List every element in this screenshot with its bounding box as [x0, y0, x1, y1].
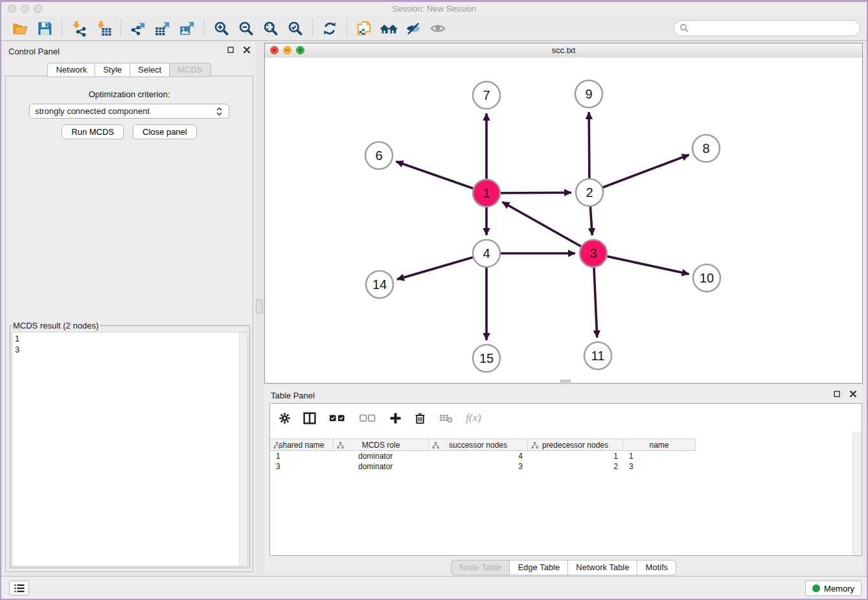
table-cell[interactable]: 4 [429, 452, 528, 461]
import-network-icon [71, 20, 87, 37]
main-toolbar [1, 16, 867, 41]
graph-node-label-7: 7 [483, 88, 490, 102]
table-cell[interactable]: 3 [270, 462, 334, 471]
import-network-button[interactable] [68, 18, 90, 39]
export-table-icon [154, 20, 171, 37]
tab-node-table[interactable]: Node Table [451, 560, 510, 575]
toolbar-separator [347, 19, 347, 38]
column-header-label: predecessor nodes [542, 441, 608, 450]
table-rows: 1dominator4113dominator323 [270, 451, 852, 472]
mcds-result-title: MCDS result (2 nodes) [12, 321, 100, 330]
column-header-name[interactable]: name [623, 439, 696, 451]
refresh-button[interactable] [319, 18, 341, 39]
clone-pages-icon [356, 20, 372, 37]
task-history-button[interactable] [9, 581, 29, 595]
table-cell[interactable]: dominator [334, 452, 429, 461]
export-network-button[interactable] [127, 18, 149, 39]
home-button[interactable] [378, 18, 400, 39]
result-scrollbar[interactable] [239, 332, 247, 566]
table-cell[interactable]: 1 [270, 452, 334, 461]
table-cell[interactable]: 3 [429, 462, 528, 471]
table-cell[interactable]: dominator [334, 462, 429, 471]
column-header-successor-nodes[interactable]: successor nodes [429, 439, 528, 451]
table-panel: Table Panel [264, 386, 863, 575]
panel-divider-grip[interactable] [256, 299, 263, 314]
clone-network-view-button[interactable] [353, 18, 375, 39]
column-header-label: name [649, 441, 668, 450]
show-columns-button[interactable] [303, 410, 317, 426]
column-header-mcds-role[interactable]: MCDS role [334, 439, 429, 451]
open-session-button[interactable] [9, 18, 31, 39]
delete-table-button [438, 410, 455, 426]
zoom-in-button[interactable] [211, 18, 233, 39]
mcds-tab-content: Optimization criterion: strongly connect… [5, 76, 253, 572]
float-panel-button[interactable] [226, 45, 235, 54]
delete-table-icon [438, 411, 455, 424]
tab-motifs[interactable]: Motifs [637, 560, 676, 575]
mcds-result-text: 1 3 [12, 332, 247, 356]
network-window-titlebar: scc.txt [265, 43, 862, 58]
tab-network[interactable]: Network [47, 63, 95, 77]
mcds-result-area[interactable]: 1 3 [12, 332, 248, 566]
network-resize-grip[interactable] [560, 380, 571, 384]
toolbar-separator [62, 19, 62, 38]
memory-button[interactable]: Memory [805, 581, 862, 596]
column-type-icon [531, 442, 538, 449]
column-header-predecessor-nodes[interactable]: predecessor nodes [528, 439, 623, 451]
network-canvas[interactable]: 7968124314101511 [265, 58, 862, 383]
tab-mcds[interactable]: MCDS [170, 63, 211, 77]
export-table-button[interactable] [152, 18, 174, 39]
save-session-button[interactable] [34, 18, 56, 39]
zoom-out-icon [238, 20, 255, 37]
close-panel-button-bottom[interactable]: Close panel [133, 124, 197, 139]
graph-edge-3-1[interactable] [502, 202, 593, 253]
tab-style[interactable]: Style [95, 63, 130, 77]
graph-node-label-15: 15 [479, 351, 494, 365]
hide-view-button[interactable] [402, 18, 424, 39]
table-cell[interactable]: 1 [528, 452, 623, 461]
graph-node-label-10: 10 [700, 271, 714, 285]
export-image-button[interactable] [176, 18, 198, 39]
table-row[interactable]: 1dominator411 [270, 451, 852, 461]
close-icon [850, 391, 856, 397]
tab-select[interactable]: Select [130, 63, 170, 77]
graph-node-label-14: 14 [372, 277, 387, 292]
graph-edge-3-10[interactable] [593, 253, 689, 274]
eye-slash-icon [405, 20, 422, 37]
show-view-button[interactable] [427, 18, 449, 39]
float-table-panel-button[interactable] [832, 389, 841, 398]
network-graph[interactable]: 7968124314101511 [265, 58, 862, 383]
table-settings-button[interactable] [278, 410, 291, 426]
deselect-all-icon [358, 411, 378, 424]
column-type-icon [432, 442, 439, 449]
graph-edge-2-8[interactable] [589, 155, 689, 192]
table-cell[interactable]: 1 [623, 452, 696, 461]
zoom-out-button[interactable] [235, 18, 257, 39]
optimization-criterion-select[interactable]: strongly connected component [29, 104, 229, 119]
import-table-button[interactable] [93, 18, 115, 39]
graph-node-label-9: 9 [585, 87, 592, 101]
delete-row-button[interactable] [413, 410, 427, 426]
network-window-title: scc.txt [265, 45, 862, 55]
run-mcds-button[interactable]: Run MCDS [62, 124, 124, 139]
float-icon [227, 47, 234, 53]
zoom-fit-button[interactable] [260, 18, 282, 39]
graph-node-label-4: 4 [483, 246, 490, 260]
node-table-container: f(x) shared name MCDS role successor nod… [269, 403, 862, 556]
tab-network-table[interactable]: Network Table [568, 560, 637, 575]
eye-icon [429, 20, 446, 37]
zoom-selected-button[interactable] [284, 18, 306, 39]
table-cell[interactable]: 3 [623, 462, 696, 471]
add-row-button[interactable] [389, 410, 402, 426]
column-header-shared-name[interactable]: shared name [270, 439, 334, 451]
deselect-all-button[interactable] [358, 410, 378, 426]
close-table-panel-button[interactable] [849, 389, 858, 398]
table-cell[interactable]: 2 [528, 462, 623, 471]
table-row[interactable]: 3dominator323 [270, 461, 852, 472]
select-all-button[interactable] [328, 410, 347, 426]
table-scrollbar[interactable] [852, 432, 862, 555]
tab-edge-table[interactable]: Edge Table [510, 560, 568, 575]
memory-status-dot [812, 584, 820, 592]
search-input[interactable] [674, 20, 860, 36]
close-panel-button[interactable] [242, 45, 251, 54]
